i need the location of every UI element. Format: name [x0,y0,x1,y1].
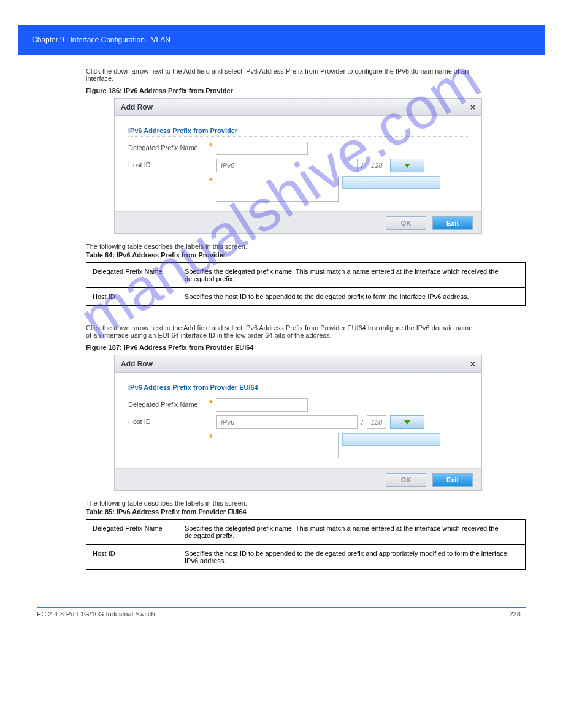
details-textarea[interactable] [216,176,339,202]
host-id-input[interactable] [216,159,358,172]
table-caption-1: The following table describes the labels… [86,243,477,250]
wide-action-button[interactable] [342,176,440,189]
label-host-id: Host ID [128,159,208,169]
description-table-2: Delegated Prefix Name Specifies the dele… [86,519,526,570]
required-star: * [209,176,212,186]
add-dropdown-button[interactable] [390,159,424,172]
slash-separator: / [361,419,363,426]
required-star: * [209,398,212,408]
table-title-1: Table 84: IPv6 Address Prefix from Provi… [86,251,477,259]
add-dropdown-button[interactable] [390,415,424,429]
section-title: IPv6 Address Prefix from Provider [128,127,468,137]
table-cell: Specifies the delegated prefix name. Thi… [178,520,526,545]
intro-text-1: Click the down arrow next to the Add fie… [86,67,477,82]
table-row: Delegated Prefix Name Specifies the dele… [86,263,526,288]
table-cell: Delegated Prefix Name [86,263,178,288]
table-cell: Host ID [86,545,178,570]
table-cell: Specifies the delegated prefix name. Thi… [178,263,526,288]
ok-button[interactable]: OK [386,473,426,487]
chevron-down-icon [404,420,410,425]
required-star: * [209,433,212,442]
row-host-id: Host ID / [128,159,468,172]
dialog-footer: OK Exit [115,468,481,490]
dialog-footer: OK Exit [115,211,481,233]
table-cell: Delegated Prefix Name [86,520,178,545]
label-prefix-name: Delegated Prefix Name [128,398,208,408]
footer-left: EC 2-4-8-Port 1G/10G Industrial Switch [37,610,155,618]
table-cell: Specifies the host ID to be appended to … [178,288,526,306]
table-title-2: Table 85: IPv6 Address Prefix from Provi… [86,508,477,515]
dialog-title: Add Row [121,103,153,112]
ok-button[interactable]: OK [386,216,426,230]
table-row: Host ID Specifies the host ID to be appe… [86,545,526,570]
exit-button[interactable]: Exit [432,473,473,487]
close-icon[interactable]: × [470,102,475,112]
row-prefix-name: Delegated Prefix Name * [128,142,468,155]
row-textarea: * [128,176,468,202]
close-icon[interactable]: × [470,359,475,369]
wide-action-button[interactable] [342,433,440,446]
slash-separator: / [361,162,363,169]
table-cell: Host ID [86,288,178,306]
prefix-length-input[interactable] [367,159,386,172]
chapter-header-bar: Chapter 9 | Interface Configuration - VL… [18,25,545,55]
dialog-add-row-provider-eui64: Add Row × IPv6 Address Prefix from Provi… [114,355,482,491]
prefix-name-input[interactable] [216,398,308,412]
footer-right: – 228 – [504,610,526,618]
figure-label-2: Figure 187: IPv6 Address Prefix from Pro… [86,344,477,351]
table-caption-2: The following table describes the labels… [86,499,477,507]
dialog-add-row-provider: Add Row × IPv6 Address Prefix from Provi… [114,98,482,234]
table-row: Delegated Prefix Name Specifies the dele… [86,520,526,545]
dialog-titlebar: Add Row × [115,355,481,373]
chapter-title: Chapter 9 | Interface Configuration - VL… [32,36,170,44]
description-table-1: Delegated Prefix Name Specifies the dele… [86,262,526,306]
figure-label-1: Figure 186: IPv6 Address Prefix from Pro… [86,87,477,94]
host-id-input[interactable] [216,415,358,429]
dialog-titlebar: Add Row × [115,99,481,116]
label-prefix-name: Delegated Prefix Name [128,142,208,151]
exit-button[interactable]: Exit [432,216,473,230]
row-textarea: * [128,433,468,458]
prefix-name-input[interactable] [216,142,308,155]
table-cell: Specifies the host ID to be appended to … [178,545,526,570]
dialog-title: Add Row [121,360,153,368]
row-host-id: Host ID / [128,415,468,429]
label-host-id: Host ID [128,415,208,425]
table-row: Host ID Specifies the host ID to be appe… [86,288,526,306]
section-title: IPv6 Address Prefix from Provider EUI64 [128,384,468,393]
details-textarea[interactable] [216,433,339,458]
required-star: * [209,142,212,151]
page-footer: EC 2-4-8-Port 1G/10G Industrial Switch –… [37,607,526,618]
prefix-length-input[interactable] [367,415,386,429]
row-prefix-name: Delegated Prefix Name * [128,398,468,412]
chevron-down-icon [404,164,410,168]
intro-text-2: Click the down arrow next to the Add fie… [86,324,477,339]
